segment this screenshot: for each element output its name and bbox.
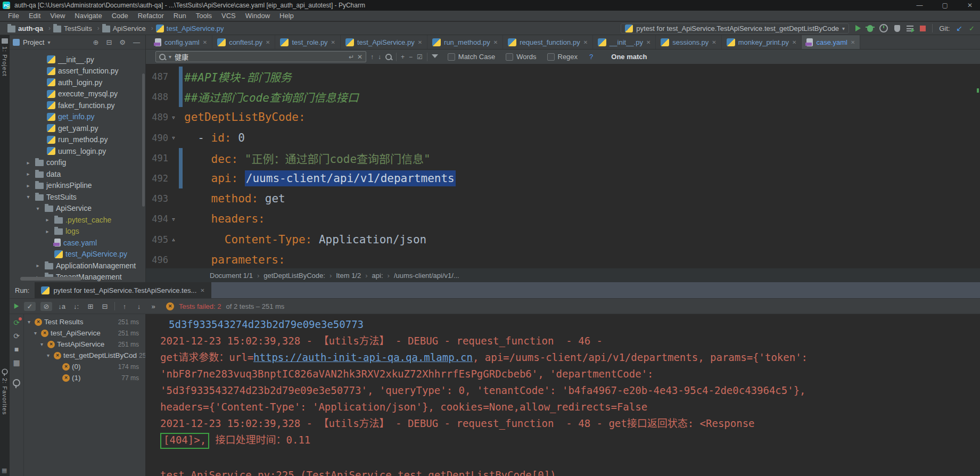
project-tree-item[interactable]: test_ApiService.py (10, 249, 145, 260)
stop-button[interactable]: ■ (14, 345, 19, 354)
editor-tab[interactable]: test_ApiService.py ✕ (341, 35, 427, 49)
editor-tab[interactable]: __init__.py ✕ (593, 35, 656, 49)
find-match-stripe-mark[interactable] (977, 88, 979, 93)
chevron-down-icon[interactable]: ▾ (47, 39, 50, 45)
editor-tab[interactable]: monkey_print.py ✕ (722, 35, 802, 49)
run-with-button[interactable] (907, 26, 913, 31)
horizontal-scrollbar[interactable] (20, 277, 81, 281)
show-passed-button[interactable]: ✓ (24, 302, 36, 311)
expand-arrow-icon[interactable]: ▾ (38, 341, 45, 347)
test-tree-item[interactable]: ▾ ✕ TestApiService 251 ms (23, 339, 145, 350)
vertical-scrollbar[interactable] (142, 73, 145, 207)
collapse-all-icon[interactable]: ⊟ (104, 38, 114, 46)
breadcrumb-item[interactable]: auth-qa › (7, 24, 53, 32)
close-tab-icon[interactable]: ✕ (851, 39, 855, 45)
project-tree-item[interactable]: ▾ TestSuits (10, 191, 145, 203)
breadcrumb-item[interactable]: ApiService › (102, 24, 156, 32)
locate-file-icon[interactable]: ⊕ (91, 38, 101, 46)
expand-arrow-icon[interactable]: ▾ (26, 319, 32, 325)
add-occurrence-button[interactable]: + (401, 53, 405, 61)
previous-occurrence-button[interactable]: ↑ (370, 53, 374, 61)
more-icon[interactable]: » (149, 302, 158, 310)
project-panel-title[interactable]: Project (23, 38, 44, 46)
fold-marker-icon[interactable]: ▿ (168, 134, 179, 142)
editor-breadcrumb-item[interactable]: Document 1/1 › (210, 272, 263, 280)
line-number[interactable]: 493 (146, 193, 168, 204)
toolwindow-button-project[interactable]: 1: Project (0, 38, 10, 76)
project-tree-item[interactable]: __init__.py (10, 54, 145, 65)
close-tab-icon[interactable]: ✕ (331, 39, 335, 45)
test-tree-item[interactable]: ✕ (1) 77 ms (23, 372, 145, 383)
line-number[interactable]: 494 (146, 214, 168, 224)
find-option[interactable]: Words (506, 53, 536, 61)
expand-arrow-icon[interactable]: ▾ (32, 330, 39, 336)
project-tree-item[interactable]: assert_function.py (10, 65, 145, 77)
fold-marker-icon[interactable]: ▿ (168, 113, 179, 121)
editor-breadcrumb-item[interactable]: Item 1/2 › (336, 272, 372, 280)
code-editor[interactable]: 487 ##API模块-部门服务 488 ##通过部门code查询部门信息接口 … (146, 64, 980, 271)
hide-panel-icon[interactable]: — (131, 38, 142, 46)
collapse-all-button[interactable]: ⊟ (100, 302, 110, 310)
project-tree-item[interactable]: faker_function.py (10, 100, 145, 111)
close-tab-icon[interactable]: ✕ (418, 39, 422, 45)
line-number[interactable]: 496 (146, 255, 168, 265)
checkbox[interactable] (448, 53, 455, 61)
breadcrumb-item[interactable]: TestSuits › (53, 24, 102, 32)
checkbox[interactable] (506, 53, 513, 61)
expand-arrow-icon[interactable]: ▸ (43, 217, 52, 223)
close-tab-icon[interactable]: ✕ (493, 39, 498, 45)
line-number[interactable]: 495 (146, 234, 168, 245)
project-tree-item[interactable]: ▸ logs (10, 226, 145, 237)
pin-tab-icon[interactable] (13, 379, 20, 387)
menu-item[interactable]: View (45, 12, 70, 20)
editor-tab[interactable]: sessions.py ✕ (656, 35, 721, 49)
show-ignored-button[interactable]: ⊘ (40, 302, 52, 311)
find-option[interactable]: Regex (547, 53, 578, 61)
next-occurrence-button[interactable]: ↓ (378, 53, 381, 61)
expand-arrow-icon[interactable]: ▸ (34, 262, 42, 268)
line-number[interactable]: 492 (146, 173, 168, 184)
filter-icon[interactable] (432, 54, 438, 58)
project-tree-item[interactable]: run_method.py (10, 134, 145, 146)
sort-by-duration-button[interactable]: ↓: (71, 302, 81, 310)
close-tab-icon[interactable]: ✕ (646, 39, 650, 45)
fold-marker-icon[interactable]: ▿ (168, 215, 179, 223)
newline-icon[interactable]: ↵ (349, 53, 354, 61)
editor-tab[interactable]: case.yaml ✕ (802, 35, 860, 49)
expand-arrow-icon[interactable]: ▾ (45, 352, 52, 358)
editor-breadcrumb-item[interactable]: api: › (372, 272, 394, 280)
project-tree-item[interactable]: case.yaml (10, 237, 145, 249)
project-tree-item[interactable]: ▸ data (10, 168, 145, 180)
menu-item[interactable]: VCS (217, 12, 241, 20)
toolwindow-button-favorites[interactable]: 2: Favorites (0, 368, 10, 415)
stop-button[interactable] (920, 26, 926, 31)
commit-icon[interactable]: ✓ (969, 24, 975, 32)
select-all-occurrences-button[interactable]: ☑ (417, 53, 423, 61)
minimize-button[interactable]: — (917, 2, 923, 9)
test-tree-item[interactable]: ▾ ✕ test_ApiService 251 ms (23, 327, 145, 339)
line-number[interactable]: 489 (146, 112, 168, 122)
editor-tab[interactable]: run_method.py ✕ (427, 35, 503, 49)
menu-item[interactable]: Tools (191, 12, 217, 20)
console-output[interactable]: 5d3f933543274d23b2d79e09e3e507732021-12-… (145, 314, 980, 476)
maximize-button[interactable]: ▢ (942, 2, 948, 9)
menu-item[interactable]: File (3, 12, 24, 20)
profiler-button[interactable] (879, 24, 888, 32)
remove-occurrence-button[interactable]: − (409, 53, 413, 61)
menu-item[interactable]: Help (275, 12, 299, 20)
expand-arrow-icon[interactable]: ▸ (24, 160, 32, 166)
project-tree-item[interactable]: get_info.py (10, 111, 145, 123)
close-tab-icon[interactable]: ✕ (792, 39, 796, 45)
project-tree-item[interactable]: uums_login.py (10, 145, 145, 157)
menu-item[interactable]: Refactor (133, 12, 169, 20)
fold-marker-icon[interactable]: ▵ (168, 235, 179, 243)
project-tree-item[interactable]: get_yaml.py (10, 122, 145, 134)
toggle-auto-test-button[interactable]: ⟳ (13, 332, 20, 340)
checkbox[interactable] (547, 53, 555, 61)
close-tab-icon[interactable]: ✕ (203, 39, 207, 45)
expand-arrow-icon[interactable]: ▾ (24, 194, 32, 200)
sort-alphabetically-button[interactable]: ↓a (57, 302, 67, 310)
close-tab-icon[interactable]: ✕ (200, 288, 204, 293)
find-all-icon[interactable] (385, 54, 392, 60)
editor-tab[interactable]: conftest.py ✕ (212, 35, 275, 49)
